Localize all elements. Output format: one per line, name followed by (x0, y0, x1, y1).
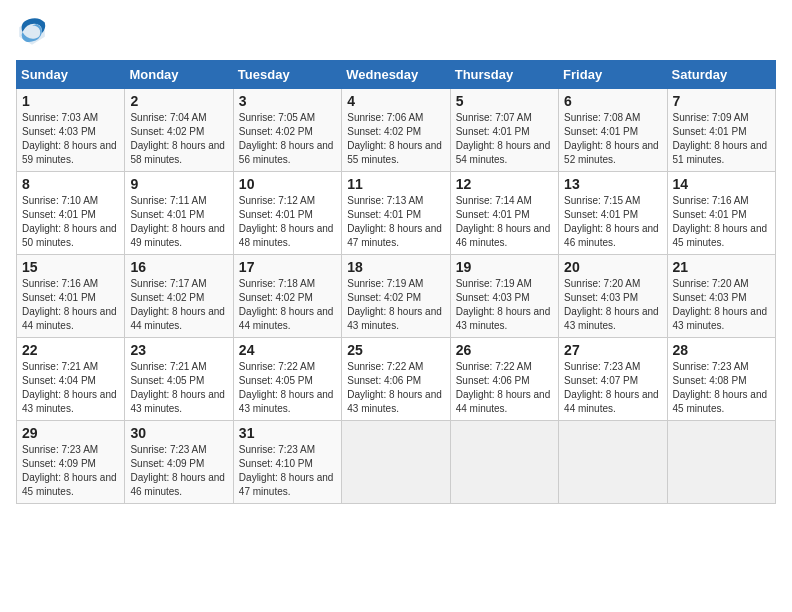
day-number: 3 (239, 93, 336, 109)
day-number: 5 (456, 93, 553, 109)
day-number: 18 (347, 259, 444, 275)
header-cell-sunday: Sunday (17, 61, 125, 89)
calendar-week-5: 29 Sunrise: 7:23 AMSunset: 4:09 PMDaylig… (17, 421, 776, 504)
day-detail: Sunrise: 7:22 AMSunset: 4:06 PMDaylight:… (456, 361, 551, 414)
calendar-cell: 6 Sunrise: 7:08 AMSunset: 4:01 PMDayligh… (559, 89, 667, 172)
calendar-cell: 10 Sunrise: 7:12 AMSunset: 4:01 PMDaylig… (233, 172, 341, 255)
day-detail: Sunrise: 7:06 AMSunset: 4:02 PMDaylight:… (347, 112, 442, 165)
day-number: 1 (22, 93, 119, 109)
day-detail: Sunrise: 7:22 AMSunset: 4:06 PMDaylight:… (347, 361, 442, 414)
logo (16, 16, 52, 48)
day-detail: Sunrise: 7:15 AMSunset: 4:01 PMDaylight:… (564, 195, 659, 248)
day-detail: Sunrise: 7:23 AMSunset: 4:07 PMDaylight:… (564, 361, 659, 414)
calendar-cell: 31 Sunrise: 7:23 AMSunset: 4:10 PMDaylig… (233, 421, 341, 504)
calendar-cell: 23 Sunrise: 7:21 AMSunset: 4:05 PMDaylig… (125, 338, 233, 421)
header-cell-thursday: Thursday (450, 61, 558, 89)
day-number: 15 (22, 259, 119, 275)
header-cell-friday: Friday (559, 61, 667, 89)
calendar-cell: 20 Sunrise: 7:20 AMSunset: 4:03 PMDaylig… (559, 255, 667, 338)
calendar-cell: 29 Sunrise: 7:23 AMSunset: 4:09 PMDaylig… (17, 421, 125, 504)
calendar-cell: 2 Sunrise: 7:04 AMSunset: 4:02 PMDayligh… (125, 89, 233, 172)
calendar-week-3: 15 Sunrise: 7:16 AMSunset: 4:01 PMDaylig… (17, 255, 776, 338)
day-number: 4 (347, 93, 444, 109)
day-number: 10 (239, 176, 336, 192)
calendar-cell: 16 Sunrise: 7:17 AMSunset: 4:02 PMDaylig… (125, 255, 233, 338)
day-detail: Sunrise: 7:13 AMSunset: 4:01 PMDaylight:… (347, 195, 442, 248)
calendar-body: 1 Sunrise: 7:03 AMSunset: 4:03 PMDayligh… (17, 89, 776, 504)
calendar-cell: 12 Sunrise: 7:14 AMSunset: 4:01 PMDaylig… (450, 172, 558, 255)
day-number: 6 (564, 93, 661, 109)
day-detail: Sunrise: 7:09 AMSunset: 4:01 PMDaylight:… (673, 112, 768, 165)
page-header (16, 16, 776, 48)
calendar-cell: 19 Sunrise: 7:19 AMSunset: 4:03 PMDaylig… (450, 255, 558, 338)
calendar-cell: 24 Sunrise: 7:22 AMSunset: 4:05 PMDaylig… (233, 338, 341, 421)
day-number: 21 (673, 259, 770, 275)
calendar-cell: 7 Sunrise: 7:09 AMSunset: 4:01 PMDayligh… (667, 89, 775, 172)
day-number: 31 (239, 425, 336, 441)
calendar-cell: 18 Sunrise: 7:19 AMSunset: 4:02 PMDaylig… (342, 255, 450, 338)
day-detail: Sunrise: 7:21 AMSunset: 4:05 PMDaylight:… (130, 361, 225, 414)
calendar-cell: 25 Sunrise: 7:22 AMSunset: 4:06 PMDaylig… (342, 338, 450, 421)
day-detail: Sunrise: 7:04 AMSunset: 4:02 PMDaylight:… (130, 112, 225, 165)
calendar-cell (559, 421, 667, 504)
calendar-cell: 27 Sunrise: 7:23 AMSunset: 4:07 PMDaylig… (559, 338, 667, 421)
day-number: 29 (22, 425, 119, 441)
calendar-week-2: 8 Sunrise: 7:10 AMSunset: 4:01 PMDayligh… (17, 172, 776, 255)
day-detail: Sunrise: 7:23 AMSunset: 4:09 PMDaylight:… (22, 444, 117, 497)
day-detail: Sunrise: 7:16 AMSunset: 4:01 PMDaylight:… (673, 195, 768, 248)
calendar-cell: 28 Sunrise: 7:23 AMSunset: 4:08 PMDaylig… (667, 338, 775, 421)
header-row: SundayMondayTuesdayWednesdayThursdayFrid… (17, 61, 776, 89)
day-number: 7 (673, 93, 770, 109)
day-number: 11 (347, 176, 444, 192)
calendar-cell: 1 Sunrise: 7:03 AMSunset: 4:03 PMDayligh… (17, 89, 125, 172)
day-detail: Sunrise: 7:23 AMSunset: 4:08 PMDaylight:… (673, 361, 768, 414)
day-number: 27 (564, 342, 661, 358)
day-number: 26 (456, 342, 553, 358)
calendar-cell: 9 Sunrise: 7:11 AMSunset: 4:01 PMDayligh… (125, 172, 233, 255)
day-number: 14 (673, 176, 770, 192)
day-detail: Sunrise: 7:20 AMSunset: 4:03 PMDaylight:… (564, 278, 659, 331)
day-number: 22 (22, 342, 119, 358)
calendar-cell: 15 Sunrise: 7:16 AMSunset: 4:01 PMDaylig… (17, 255, 125, 338)
calendar-cell: 30 Sunrise: 7:23 AMSunset: 4:09 PMDaylig… (125, 421, 233, 504)
day-number: 23 (130, 342, 227, 358)
day-number: 9 (130, 176, 227, 192)
day-detail: Sunrise: 7:23 AMSunset: 4:09 PMDaylight:… (130, 444, 225, 497)
day-detail: Sunrise: 7:16 AMSunset: 4:01 PMDaylight:… (22, 278, 117, 331)
calendar-cell (450, 421, 558, 504)
calendar-cell: 3 Sunrise: 7:05 AMSunset: 4:02 PMDayligh… (233, 89, 341, 172)
day-number: 20 (564, 259, 661, 275)
calendar-cell (342, 421, 450, 504)
day-number: 17 (239, 259, 336, 275)
day-detail: Sunrise: 7:14 AMSunset: 4:01 PMDaylight:… (456, 195, 551, 248)
day-number: 12 (456, 176, 553, 192)
calendar-week-4: 22 Sunrise: 7:21 AMSunset: 4:04 PMDaylig… (17, 338, 776, 421)
day-detail: Sunrise: 7:05 AMSunset: 4:02 PMDaylight:… (239, 112, 334, 165)
day-number: 2 (130, 93, 227, 109)
calendar-cell: 13 Sunrise: 7:15 AMSunset: 4:01 PMDaylig… (559, 172, 667, 255)
day-number: 24 (239, 342, 336, 358)
day-detail: Sunrise: 7:17 AMSunset: 4:02 PMDaylight:… (130, 278, 225, 331)
calendar-cell: 21 Sunrise: 7:20 AMSunset: 4:03 PMDaylig… (667, 255, 775, 338)
header-cell-tuesday: Tuesday (233, 61, 341, 89)
day-detail: Sunrise: 7:03 AMSunset: 4:03 PMDaylight:… (22, 112, 117, 165)
header-cell-saturday: Saturday (667, 61, 775, 89)
day-detail: Sunrise: 7:11 AMSunset: 4:01 PMDaylight:… (130, 195, 225, 248)
calendar-cell: 8 Sunrise: 7:10 AMSunset: 4:01 PMDayligh… (17, 172, 125, 255)
calendar-cell (667, 421, 775, 504)
day-number: 8 (22, 176, 119, 192)
calendar-cell: 11 Sunrise: 7:13 AMSunset: 4:01 PMDaylig… (342, 172, 450, 255)
day-detail: Sunrise: 7:19 AMSunset: 4:02 PMDaylight:… (347, 278, 442, 331)
day-detail: Sunrise: 7:20 AMSunset: 4:03 PMDaylight:… (673, 278, 768, 331)
day-detail: Sunrise: 7:10 AMSunset: 4:01 PMDaylight:… (22, 195, 117, 248)
day-number: 25 (347, 342, 444, 358)
calendar-cell: 17 Sunrise: 7:18 AMSunset: 4:02 PMDaylig… (233, 255, 341, 338)
day-number: 30 (130, 425, 227, 441)
calendar-header: SundayMondayTuesdayWednesdayThursdayFrid… (17, 61, 776, 89)
day-number: 13 (564, 176, 661, 192)
header-cell-wednesday: Wednesday (342, 61, 450, 89)
day-detail: Sunrise: 7:18 AMSunset: 4:02 PMDaylight:… (239, 278, 334, 331)
day-number: 16 (130, 259, 227, 275)
calendar-cell: 26 Sunrise: 7:22 AMSunset: 4:06 PMDaylig… (450, 338, 558, 421)
day-detail: Sunrise: 7:12 AMSunset: 4:01 PMDaylight:… (239, 195, 334, 248)
